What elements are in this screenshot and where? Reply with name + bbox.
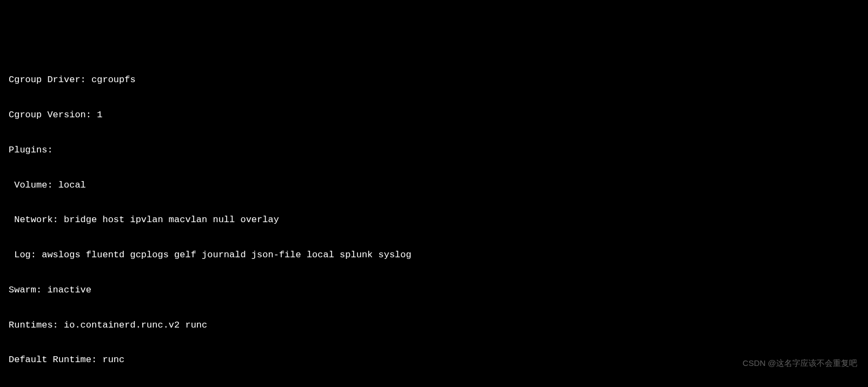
output-line: Network: bridge host ipvlan macvlan null… [9, 214, 859, 226]
terminal-output[interactable]: Cgroup Driver: cgroupfs Cgroup Version: … [9, 51, 859, 387]
output-line: Log: awslogs fluentd gcplogs gelf journa… [9, 249, 859, 261]
output-line: Runtimes: io.containerd.runc.v2 runc [9, 319, 859, 331]
output-line: Default Runtime: runc [9, 354, 859, 366]
watermark-text: CSDN @这名字应该不会重复吧 [743, 358, 857, 368]
output-line: Plugins: [9, 144, 859, 156]
output-line: Cgroup Version: 1 [9, 109, 859, 121]
output-line: Cgroup Driver: cgroupfs [9, 74, 859, 86]
output-line: Volume: local [9, 179, 859, 191]
output-line: Swarm: inactive [9, 284, 859, 296]
